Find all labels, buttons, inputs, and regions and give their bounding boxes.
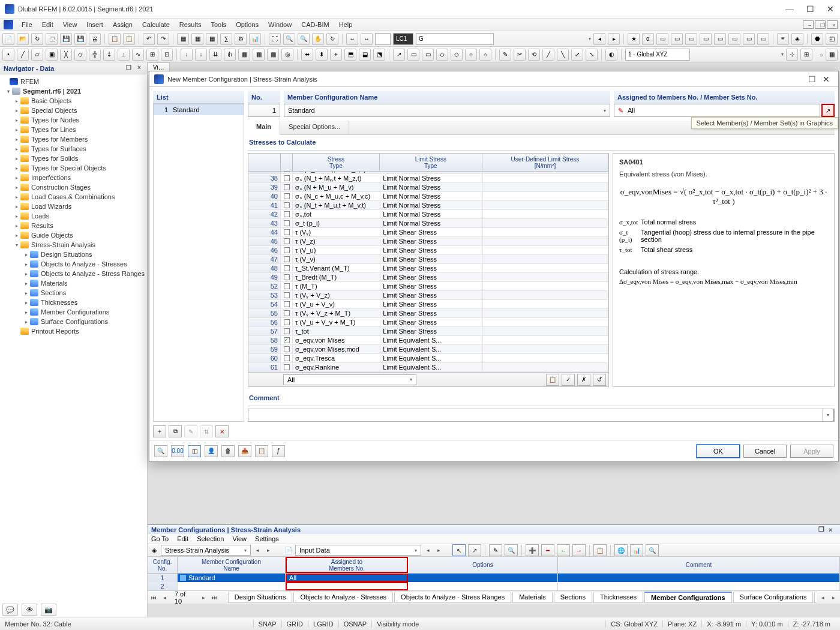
view-eye-icon[interactable]: 👁 xyxy=(22,604,37,616)
bp-t10-icon[interactable]: 📊 xyxy=(630,544,643,556)
stress-checkbox[interactable] xyxy=(284,364,290,370)
r5-icon[interactable]: ▭ xyxy=(714,33,726,45)
stress-checkbox[interactable] xyxy=(284,193,290,199)
bp-row-1[interactable]: 1 Standard All xyxy=(148,574,840,582)
stress-row[interactable]: 57τ_totLimit Shear Stress xyxy=(248,327,608,336)
stress-row[interactable]: 59σ_eqv,von Mises,modLimit Equivalent S.… xyxy=(248,345,608,354)
r1-icon[interactable]: ▭ xyxy=(656,33,668,45)
opt6-icon[interactable]: ƒ xyxy=(272,445,285,457)
stress-row[interactable]: 47τ (V_v)Limit Shear Stress xyxy=(248,255,608,264)
view-2-icon[interactable]: ▦ xyxy=(191,33,203,45)
undock-icon[interactable]: ❐ xyxy=(124,64,133,73)
tree-ssa-child[interactable]: Objects to Analyze - Stress Ranges xyxy=(41,270,145,277)
stress-row[interactable]: 55τ (Vᵧ + V_z + M_T)Limit Shear Stress xyxy=(248,309,608,318)
bottom-close-icon[interactable]: × xyxy=(829,526,836,533)
redo-icon[interactable]: ↷ xyxy=(157,33,169,45)
t13-icon[interactable]: ↓ xyxy=(181,49,193,61)
t28-icon[interactable]: ▭ xyxy=(407,49,419,61)
stress-row[interactable]: 40σₓ (N_c + M_u,c + M_v,c)Limit Normal S… xyxy=(248,192,608,201)
obj-icon[interactable]: ⬣ xyxy=(811,33,823,45)
bottom-tab[interactable]: Thicknesses xyxy=(593,592,643,603)
tree-ssa-child[interactable]: Materials xyxy=(41,280,68,287)
dialog-maximize[interactable]: ☐ xyxy=(805,74,819,84)
t18-icon[interactable]: ▦ xyxy=(253,49,265,61)
menu-view[interactable]: View xyxy=(58,20,82,29)
tree-ssa-child[interactable]: Design Situations xyxy=(41,251,92,258)
bp-mod-next[interactable]: ▸ xyxy=(264,547,272,553)
close-button[interactable]: ✕ xyxy=(826,4,835,14)
tree-item[interactable]: Results xyxy=(31,222,53,229)
bp-t1-icon[interactable]: ↖ xyxy=(452,544,466,556)
t29-icon[interactable]: ▭ xyxy=(422,49,434,61)
rotate-icon[interactable]: ↻ xyxy=(326,33,338,45)
bottom-tab[interactable]: Design Situations xyxy=(228,592,293,603)
zoom-win-icon[interactable]: 🔍 xyxy=(283,33,295,45)
blocks-icon[interactable]: ⬚ xyxy=(46,33,58,45)
tree-item[interactable]: Types for Special Objects xyxy=(31,164,106,172)
menu-cad-bim[interactable]: CAD-BIM xyxy=(296,20,334,29)
t12-icon[interactable]: ⊡ xyxy=(161,49,173,61)
bottom-tab[interactable]: Sections xyxy=(554,592,592,603)
stress-checkbox[interactable] xyxy=(284,355,290,361)
bp-tabs-prev[interactable]: ◂ xyxy=(819,595,827,601)
t19-icon[interactable]: ▦ xyxy=(267,49,279,61)
comment-pick-icon[interactable] xyxy=(833,409,835,422)
bp-mod-prev[interactable]: ◂ xyxy=(253,547,262,553)
t31-icon[interactable]: ◇ xyxy=(451,49,463,61)
stress-row[interactable]: 42σₓ,totLimit Normal Stress xyxy=(248,210,608,219)
stress-checkbox[interactable] xyxy=(284,337,290,343)
status-lgrid[interactable]: LGRID xyxy=(308,620,338,628)
status-osnap[interactable]: OSNAP xyxy=(338,620,372,628)
menu-window[interactable]: Window xyxy=(263,20,296,29)
bp-del-icon[interactable]: ━ xyxy=(541,544,554,556)
cancel-button[interactable]: Cancel xyxy=(743,445,787,458)
zoom-fit-icon[interactable]: ⛶ xyxy=(269,33,281,45)
stress-row[interactable]: 45τ (V_z)Limit Shear Stress xyxy=(248,237,608,246)
bp-t8-icon[interactable]: 📋 xyxy=(593,544,607,556)
tree-item[interactable]: Load Cases & Combinations xyxy=(31,193,115,200)
t16-icon[interactable]: ⫛ xyxy=(224,49,236,61)
menu-tools[interactable]: Tools xyxy=(206,20,231,29)
t39-icon[interactable]: ⤢ xyxy=(571,49,583,61)
menu-options[interactable]: Options xyxy=(231,20,263,29)
report-2-icon[interactable]: 📋 xyxy=(123,33,135,45)
bp-t7-icon[interactable]: → xyxy=(572,544,586,556)
tree-ssa[interactable]: Stress-Strain Analysis xyxy=(31,241,95,248)
stress-checkbox[interactable] xyxy=(284,172,290,172)
units-icon[interactable]: 0.00 xyxy=(171,445,184,457)
open-icon[interactable]: 📂 xyxy=(17,33,29,45)
t24-icon[interactable]: ⬒ xyxy=(344,49,356,61)
config-list-item[interactable]: 1 Standard xyxy=(154,104,244,115)
r6-icon[interactable]: ▭ xyxy=(728,33,740,45)
t22-icon[interactable]: ⬍ xyxy=(316,49,328,61)
stress-row[interactable]: 54τ (V_u + V_v)Limit Shear Stress xyxy=(248,300,608,309)
t32-icon[interactable]: ⟐ xyxy=(465,49,477,61)
tab-special[interactable]: Special Options... xyxy=(280,121,349,134)
bottom-tab[interactable]: Materials xyxy=(512,592,553,603)
comment-dd-icon[interactable]: ▾ xyxy=(822,409,833,421)
t15-icon[interactable]: ⇊ xyxy=(209,49,221,61)
bp-menu-view[interactable]: View xyxy=(232,535,247,542)
uncheck-all-icon[interactable]: ✗ xyxy=(577,374,590,386)
tree-item[interactable]: Basic Objects xyxy=(31,97,71,104)
opt3-icon[interactable]: 🗑 xyxy=(221,445,235,457)
stress-checkbox[interactable] xyxy=(284,238,290,244)
tree-item[interactable]: Types for Solids xyxy=(31,155,78,162)
cs-combo[interactable]: 1 - Global XYZ xyxy=(625,49,690,61)
tree-ssa-child[interactable]: Sections xyxy=(41,289,66,296)
config-list[interactable]: 1 Standard xyxy=(153,104,244,422)
stress-checkbox[interactable] xyxy=(284,283,290,289)
bp-tabs-next[interactable]: ▸ xyxy=(830,595,838,601)
check-all-icon[interactable]: ✓ xyxy=(562,374,575,386)
tree-item[interactable]: Imperfections xyxy=(31,174,71,181)
print-icon[interactable]: 🖨 xyxy=(89,33,101,45)
stress-row[interactable]: 56τ (V_u + V_v + M_T)Limit Shear Stress xyxy=(248,318,608,327)
undo-icon[interactable]: ↶ xyxy=(143,33,155,45)
tree-item[interactable]: Load Wizards xyxy=(31,203,71,210)
stress-checkbox[interactable] xyxy=(284,310,290,316)
menu-insert[interactable]: Insert xyxy=(82,20,108,29)
t26-icon[interactable]: ⬔ xyxy=(373,49,385,61)
stress-checkbox[interactable] xyxy=(284,184,290,190)
tree-item[interactable]: Special Objects xyxy=(31,107,77,114)
no-input[interactable]: 1 xyxy=(248,104,280,117)
